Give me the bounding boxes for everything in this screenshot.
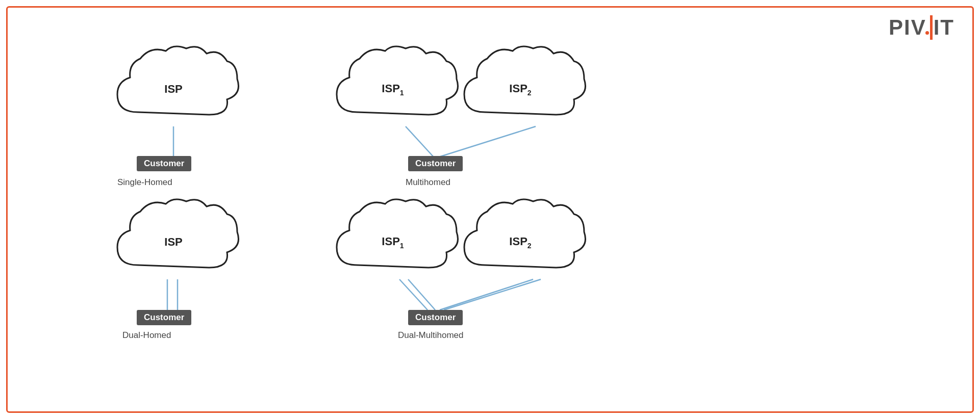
bottom-right-cloud1-label: ISP1 <box>326 235 459 249</box>
bottom-right-cloud2-label: ISP2 <box>454 235 587 249</box>
top-right-cloud1-label: ISP1 <box>326 82 459 96</box>
bottom-right-customer-box: Customer <box>408 310 463 325</box>
bottom-left-cloud: ISP <box>107 194 240 285</box>
top-left-cloud-label: ISP <box>107 83 240 96</box>
logo-bar <box>930 15 933 40</box>
logo-dot <box>925 31 929 35</box>
bottom-left-diagram-label: Dual-Homed <box>122 330 171 341</box>
top-right-customer-box: Customer <box>408 156 463 171</box>
logo-it: IT <box>934 15 954 40</box>
top-right-cloud2: ISP2 <box>454 41 587 133</box>
top-right-diagram-label: Multihomed <box>406 177 450 188</box>
top-right-cloud1: ISP1 <box>326 41 459 133</box>
top-left-diagram-label: Single-Homed <box>117 177 172 188</box>
bottom-left-cloud-label: ISP <box>107 235 240 249</box>
bottom-right-cloud1: ISP1 <box>326 194 459 285</box>
bottom-right-diagram-label: Dual-Multihomed <box>398 330 464 341</box>
top-right-cloud2-label: ISP2 <box>454 82 587 96</box>
logo-piv: PIV <box>889 15 926 40</box>
bottom-right-cloud2: ISP2 <box>454 194 587 285</box>
bottom-left-customer-box: Customer <box>137 310 191 325</box>
top-left-cloud: ISP <box>107 41 240 133</box>
logo: PIVIT <box>889 15 954 40</box>
top-left-customer-box: Customer <box>137 156 191 171</box>
